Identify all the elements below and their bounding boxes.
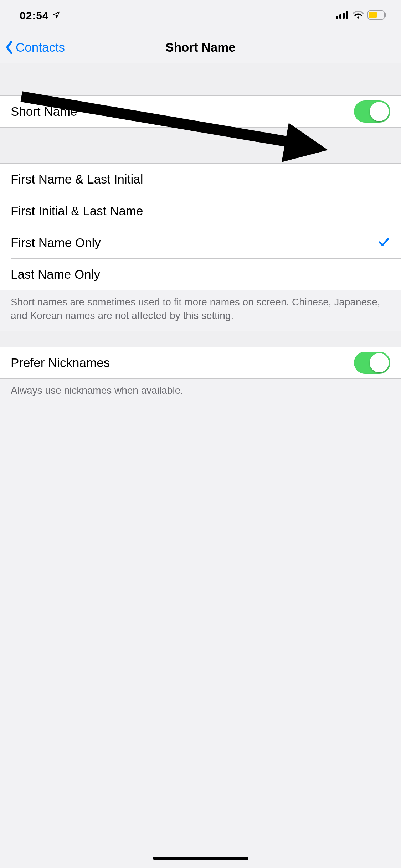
back-button[interactable]: Contacts	[4, 40, 65, 55]
svg-rect-3	[346, 11, 348, 19]
status-time: 02:54	[20, 10, 49, 22]
section-spacer	[0, 63, 401, 95]
prefer-nicknames-row[interactable]: Prefer Nicknames	[0, 347, 401, 378]
nav-bar: Contacts Short Name	[0, 31, 401, 63]
status-bar: 02:54	[0, 0, 401, 31]
svg-rect-2	[343, 13, 345, 19]
short-name-toggle-row[interactable]: Short Name	[0, 96, 401, 127]
section-spacer	[0, 331, 401, 347]
chevron-left-icon	[4, 40, 15, 55]
prefer-nicknames-toggle[interactable]	[354, 352, 390, 374]
option-last-name-only[interactable]: Last Name Only	[0, 259, 401, 290]
back-label: Contacts	[16, 40, 65, 55]
svg-rect-0	[336, 16, 338, 19]
option-label: First Name Only	[11, 235, 101, 250]
short-name-toggle-group: Short Name	[0, 95, 401, 128]
option-first-last-initial[interactable]: First Name & Last Initial	[0, 164, 401, 195]
svg-rect-6	[369, 12, 377, 18]
toggle-knob	[370, 102, 389, 121]
home-indicator	[153, 857, 248, 860]
svg-point-4	[357, 16, 359, 19]
short-name-options-group: First Name & Last Initial First Initial …	[0, 163, 401, 290]
cellular-signal-icon	[336, 11, 349, 21]
battery-icon	[367, 10, 387, 21]
status-right	[336, 10, 387, 21]
svg-rect-7	[385, 13, 386, 17]
options-footer: Short names are sometimes used to fit mo…	[0, 290, 401, 331]
option-first-name-only[interactable]: First Name Only	[0, 227, 401, 258]
short-name-toggle-label: Short Name	[11, 104, 77, 119]
checkmark-icon	[377, 236, 390, 250]
option-label: Last Name Only	[11, 267, 100, 282]
option-first-initial-last[interactable]: First Initial & Last Name	[0, 195, 401, 227]
section-spacer	[0, 128, 401, 163]
svg-rect-1	[339, 14, 341, 19]
prefer-nicknames-group: Prefer Nicknames	[0, 347, 401, 379]
option-label: First Name & Last Initial	[11, 172, 143, 187]
nicknames-footer: Always use nicknames when available.	[0, 379, 401, 406]
location-icon	[52, 11, 60, 20]
wifi-icon	[353, 11, 364, 21]
option-label: First Initial & Last Name	[11, 203, 143, 218]
status-left: 02:54	[20, 10, 60, 22]
toggle-knob	[370, 353, 389, 372]
prefer-nicknames-label: Prefer Nicknames	[11, 355, 110, 370]
short-name-toggle[interactable]	[354, 100, 390, 123]
